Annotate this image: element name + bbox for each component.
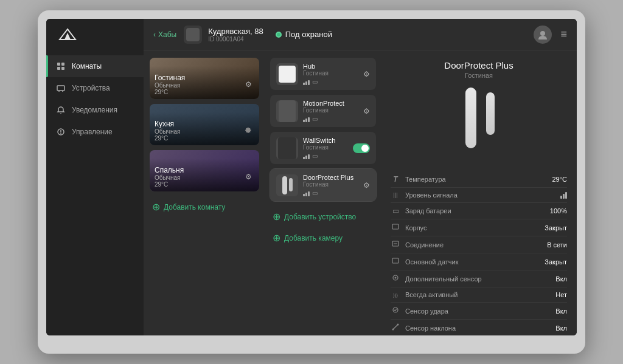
status-label: Под охраной bbox=[285, 30, 332, 39]
hub-text: Кудрявская, 88 ID 00001A04 bbox=[208, 27, 263, 43]
signal-bar-1 bbox=[303, 83, 305, 85]
add-device-button[interactable]: ⊕ Добавить устройство bbox=[270, 206, 376, 227]
tilt-sensor-icon bbox=[391, 323, 400, 332]
hub-icon-box bbox=[184, 26, 202, 44]
detail-prop-signal: ||| Уровень сигнала bbox=[391, 188, 567, 203]
add-room-label: Добавить комнату bbox=[164, 203, 225, 211]
room-card-kitchen[interactable]: Кухня Обычная 29°С bbox=[150, 104, 259, 145]
room-gear-icon[interactable]: ⚙ bbox=[243, 170, 254, 184]
prop-value: Нет bbox=[555, 291, 567, 298]
avatar[interactable] bbox=[534, 26, 552, 44]
device-card-doorprotect[interactable]: DoorProtect Plus Гостиная ▭ bbox=[270, 169, 376, 201]
sidebar-item-label: Устройства bbox=[72, 84, 110, 92]
prop-left: Сенсор наклона bbox=[391, 323, 456, 332]
sb2 bbox=[563, 194, 565, 199]
signal-bar-3 bbox=[308, 117, 310, 122]
signal-bar-1 bbox=[303, 157, 305, 159]
prop-value: 29°С bbox=[552, 176, 567, 183]
device-card-hub[interactable]: Hub Гостиная ▭ bbox=[270, 58, 376, 90]
dp-body bbox=[282, 176, 287, 194]
device-card-motion[interactable]: MotionProtect Гостиная ▭ bbox=[270, 95, 376, 127]
status-dot bbox=[276, 32, 282, 38]
back-button[interactable]: ‹ Хабы bbox=[153, 30, 176, 39]
battery-icon: ▭ bbox=[312, 78, 318, 85]
prop-left: Соединение bbox=[391, 240, 444, 249]
room-type: Обычная bbox=[155, 174, 243, 181]
prop-label: Заряд батареи bbox=[405, 207, 451, 215]
room-temp: 29°С bbox=[155, 135, 242, 142]
extra-sensor-icon bbox=[391, 274, 400, 283]
device-icon-wallswitch bbox=[276, 137, 298, 159]
device-name: DoorProtect Plus bbox=[303, 174, 358, 181]
prop-left: ))) Всегда активный bbox=[391, 291, 458, 298]
device-gear-icon[interactable]: ⚙ bbox=[363, 107, 370, 115]
main-content: ‹ Хабы Кудрявская, 88 ID 00001A04 bbox=[144, 19, 577, 335]
device-name: MotionProtect bbox=[303, 100, 358, 107]
prop-left: Корпус bbox=[391, 223, 426, 232]
room-gear-icon[interactable]: ⚙ bbox=[243, 78, 254, 91]
chevron-left-icon: ‹ bbox=[153, 30, 156, 39]
sidebar-item-rooms[interactable]: Комнаты bbox=[46, 55, 144, 77]
rooms-icon bbox=[56, 61, 66, 71]
device-info: DoorProtect Plus Гостиная ▭ bbox=[303, 174, 358, 196]
signal-bars bbox=[303, 79, 310, 85]
add-camera-button[interactable]: ⊕ Добавить камеру bbox=[270, 227, 376, 249]
detail-header: DoorProtect Plus Гостиная bbox=[381, 50, 577, 169]
case-icon bbox=[391, 223, 400, 232]
detail-prop-tilt-sensor: Сенсор наклона Вкл bbox=[391, 320, 567, 335]
signal-bar-3 bbox=[308, 191, 310, 196]
device-room: Гостиная bbox=[303, 144, 348, 151]
prop-label: Уровень сигнала bbox=[405, 191, 458, 199]
device-gear-icon[interactable]: ⚙ bbox=[363, 181, 370, 190]
notifications-icon bbox=[56, 105, 66, 115]
room-card-content: Спальня Обычная 29°С ⚙ bbox=[150, 162, 259, 191]
prop-value: Вкл bbox=[555, 325, 567, 332]
room-card-living[interactable]: Гостиная Обычная 29°С ⚙ bbox=[150, 58, 259, 99]
device-icon-hub bbox=[276, 63, 298, 85]
prop-left: Сенсор удара bbox=[391, 306, 448, 315]
battery-icon: ▭ bbox=[312, 153, 318, 159]
svg-rect-12 bbox=[392, 224, 399, 229]
sidebar-item-label: Управление bbox=[72, 128, 113, 136]
devices-panel: Hub Гостиная ▭ bbox=[265, 50, 381, 335]
device-info: MotionProtect Гостиная ▭ bbox=[303, 100, 358, 122]
signal-bar-3 bbox=[308, 154, 310, 159]
back-label: Хабы bbox=[158, 30, 176, 39]
sidebar-item-notifications[interactable]: Уведомления bbox=[46, 99, 144, 121]
svg-rect-2 bbox=[57, 67, 60, 70]
detail-prop-battery: ▭ Заряд батареи 100% bbox=[391, 203, 567, 219]
devices-icon bbox=[56, 83, 66, 93]
main-sensor-icon bbox=[391, 257, 400, 266]
room-type: Обычная bbox=[155, 82, 243, 89]
room-gear-icon[interactable] bbox=[242, 124, 254, 138]
sb3 bbox=[565, 192, 567, 199]
detail-prop-case: Корпус Закрыт bbox=[391, 219, 567, 236]
sidebar-item-management[interactable]: Управление bbox=[46, 121, 144, 143]
prop-value: В сети bbox=[547, 241, 567, 249]
device-status-row: ▭ bbox=[303, 153, 348, 159]
prop-value: Вкл bbox=[555, 275, 567, 283]
device-name: WallSwitch bbox=[303, 137, 348, 144]
add-room-button[interactable]: ⊕ Добавить комнату bbox=[150, 196, 259, 218]
room-temp: 29°С bbox=[155, 181, 243, 188]
prop-label: Температура bbox=[405, 176, 446, 183]
device-card-wallswitch[interactable]: WallSwitch Гостиная ▭ bbox=[270, 132, 376, 164]
sidebar-item-devices[interactable]: Устройства bbox=[46, 77, 144, 99]
shock-sensor-icon bbox=[391, 306, 400, 315]
prop-value: 100% bbox=[550, 207, 567, 215]
device-gear-icon[interactable]: ⚙ bbox=[363, 70, 370, 78]
add-device-icon: ⊕ bbox=[273, 211, 280, 222]
prop-label: Всегда активный bbox=[405, 291, 458, 298]
signal-bar-3 bbox=[308, 80, 310, 85]
device-room: Гостиная bbox=[303, 107, 358, 114]
prop-left: T Температура bbox=[391, 175, 446, 184]
device-room: Гостиная bbox=[303, 70, 358, 77]
room-card-bedroom[interactable]: Спальня Обычная 29°С ⚙ bbox=[150, 150, 259, 191]
prop-value: Вкл bbox=[555, 307, 567, 315]
device-status-row: ▭ bbox=[303, 78, 358, 85]
menu-icon[interactable]: ≡ bbox=[560, 28, 567, 41]
wallswitch-toggle[interactable] bbox=[353, 143, 370, 153]
add-device-label: Добавить устройство bbox=[284, 213, 356, 221]
status-badge: Под охраной bbox=[276, 30, 332, 39]
rooms-panel: Гостиная Обычная 29°С ⚙ bbox=[144, 50, 265, 335]
